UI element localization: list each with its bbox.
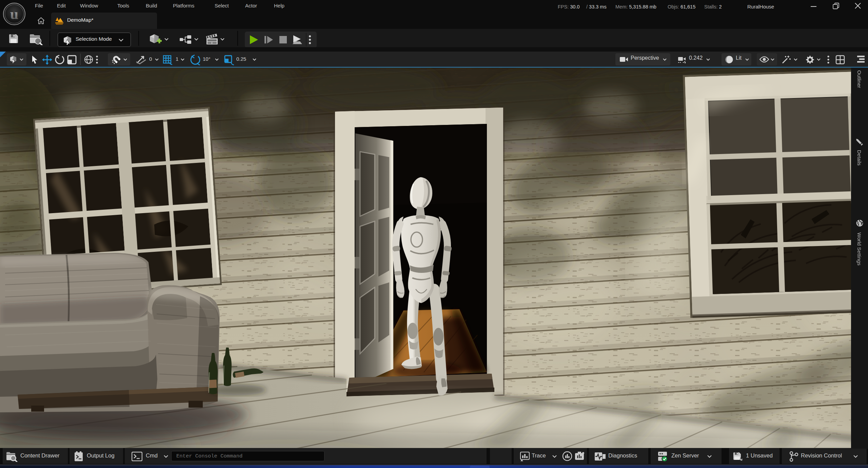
svg-text:u: u (10, 6, 18, 22)
